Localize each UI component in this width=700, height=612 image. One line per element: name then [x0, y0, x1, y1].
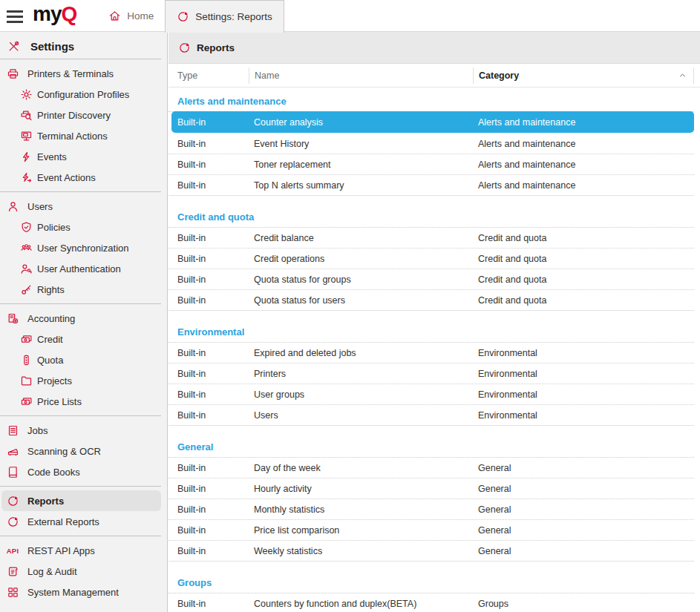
report-row[interactable]: Built-inUsersEnvironmental	[169, 405, 694, 426]
scroll-icon	[5, 565, 20, 578]
sidebar-item-printer-discovery[interactable]: Printer Discovery	[0, 105, 167, 125]
report-row[interactable]: Built-inWeekly statisticsGeneral	[169, 541, 694, 562]
report-row[interactable]: Built-inCounters by function and duplex(…	[169, 593, 694, 612]
report-row[interactable]: Built-inExpired and deleted jobsEnvironm…	[169, 343, 694, 363]
report-category-cell: Alerts and maintenance	[473, 180, 694, 191]
report-name-cell: Users	[249, 410, 473, 421]
sidebar-item-users[interactable]: Users	[0, 196, 167, 217]
report-row[interactable]: Built-inMonthly statisticsGeneral	[169, 499, 694, 520]
sidebar-item-label: Log & Audit	[27, 566, 77, 577]
report-name-cell: Toner replacement	[249, 159, 473, 170]
hamburger-menu-icon[interactable]	[7, 10, 23, 31]
report-type-cell: Built-in	[177, 295, 249, 306]
sidebar-item-label: Policies	[37, 222, 71, 233]
sidebar-section: APIREST API AppsLog & AuditSystem Manage…	[0, 536, 167, 606]
group-header: Credit and quota	[169, 209, 694, 228]
report-row[interactable]: Built-inCredit operationsCredit and quot…	[169, 249, 694, 269]
sidebar-item-jobs[interactable]: Jobs	[0, 420, 167, 441]
report-row[interactable]: Built-inPrice list comparisonGeneral	[169, 520, 694, 541]
report-type-cell: Built-in	[177, 159, 249, 170]
sidebar-item-price-lists[interactable]: Price Lists	[0, 391, 167, 412]
printer-search-icon	[19, 109, 33, 122]
report-name-cell: Monthly statistics	[249, 504, 473, 515]
sidebar-section: Printers & TerminalsConfiguration Profil…	[0, 59, 167, 191]
report-category-cell: General	[473, 463, 694, 473]
sidebar-item-label: Rights	[37, 284, 65, 295]
main-panel: Reports Type Name Category Alerts and ma…	[169, 32, 700, 612]
sidebar-item-label: Scanning & OCR	[27, 446, 101, 457]
sidebar-item-label: Configuration Profiles	[37, 89, 129, 100]
report-type-cell: Built-in	[177, 348, 249, 358]
sidebar-item-rights[interactable]: Rights	[0, 279, 167, 300]
report-category-cell: Alerts and maintenance	[473, 159, 694, 170]
sidebar-item-quota[interactable]: Quota	[0, 349, 167, 370]
report-name-cell: User groups	[249, 389, 473, 400]
report-row[interactable]: Built-inToner replacementAlerts and main…	[169, 154, 694, 175]
report-name-cell: Price list comparison	[249, 525, 473, 536]
sidebar-item-events[interactable]: Events	[0, 146, 167, 167]
sidebar-item-credit[interactable]: Credit	[0, 329, 167, 349]
shield-check-icon	[19, 221, 33, 234]
tab-settings-reports[interactable]: Settings: Reports	[165, 0, 284, 33]
report-name-cell: Top N alerts summary	[249, 180, 473, 191]
report-category-cell: Alerts and maintenance	[473, 117, 694, 128]
reports-table-body: Alerts and maintenanceBuilt-inCounter an…	[169, 88, 700, 612]
report-row[interactable]: Built-inCounter analysisAlerts and maint…	[171, 111, 694, 133]
myq-logo[interactable]: myQ	[33, 2, 76, 31]
report-row[interactable]: Built-inDay of the weekGeneral	[169, 458, 694, 478]
pie-chart-icon	[178, 42, 191, 54]
report-row[interactable]: Built-inPrintersEnvironmental	[169, 363, 694, 384]
sidebar-item-printers-terminals[interactable]: Printers & Terminals	[0, 63, 167, 84]
report-category-cell: Environmental	[473, 369, 694, 379]
tab-home[interactable]: Home	[97, 0, 165, 31]
sidebar-item-label: REST API Apps	[27, 545, 95, 556]
sidebar-item-policies[interactable]: Policies	[0, 217, 167, 237]
report-name-cell: Day of the week	[249, 463, 473, 473]
sidebar-item-label: Events	[37, 151, 67, 162]
report-name-cell: Credit balance	[249, 233, 473, 243]
sidebar-item-scanning-ocr[interactable]: Scanning & OCR	[0, 441, 167, 461]
tab-settings-reports-label: Settings: Reports	[195, 11, 272, 22]
report-row[interactable]: Built-inCredit balanceCredit and quota	[169, 228, 694, 249]
report-group: GeneralBuilt-inDay of the weekGeneralBui…	[169, 439, 700, 562]
sidebar-item-terminal-actions[interactable]: Terminal Actions	[0, 125, 167, 146]
sidebar-item-configuration-profiles[interactable]: Configuration Profiles	[0, 84, 167, 105]
sidebar-item-accounting[interactable]: Accounting	[0, 308, 167, 329]
report-name-cell: Event History	[249, 139, 473, 149]
sidebar-item-label: Jobs	[27, 425, 48, 436]
report-row[interactable]: Built-inUser groupsEnvironmental	[169, 384, 694, 405]
sidebar-item-label: Quota	[37, 355, 63, 366]
sidebar-item-reports[interactable]: Reports	[1, 490, 161, 511]
column-header-name[interactable]: Name	[249, 68, 473, 84]
report-type-cell: Built-in	[177, 463, 249, 473]
report-row[interactable]: Built-inEvent HistoryAlerts and maintena…	[169, 134, 694, 154]
sidebar-item-user-synchronization[interactable]: User Synchronization	[0, 237, 167, 258]
sidebar-item-log-audit[interactable]: Log & Audit	[0, 561, 167, 582]
sidebar-section: UsersPoliciesUser SynchronizationUser Au…	[0, 192, 167, 303]
report-row[interactable]: Built-inHourly activityGeneral	[169, 478, 694, 499]
sidebar-item-code-books[interactable]: Code Books	[0, 461, 167, 482]
report-row[interactable]: Built-inQuota status for groupsCredit an…	[169, 269, 694, 290]
column-header-category[interactable]: Category	[473, 68, 694, 84]
sidebar-item-projects[interactable]: Projects	[0, 370, 167, 391]
sidebar-item-label: Projects	[37, 375, 72, 386]
report-row[interactable]: Built-inTop N alerts summaryAlerts and m…	[169, 175, 694, 196]
folder-icon	[19, 375, 33, 387]
report-name-cell: Counter analysis	[249, 117, 473, 128]
column-header-type[interactable]: Type	[177, 68, 249, 84]
sidebar-item-system-management[interactable]: System Management	[0, 582, 167, 602]
lightning-arrow-icon	[19, 171, 33, 184]
sidebar-item-event-actions[interactable]: Event Actions	[0, 167, 167, 188]
sidebar-item-user-authentication[interactable]: User Authentication	[0, 258, 167, 279]
settings-sidebar: Settings Printers & TerminalsConfigurati…	[0, 32, 168, 612]
chevron-up-icon	[678, 71, 687, 79]
report-category-cell: Credit and quota	[473, 254, 694, 264]
users-icon	[19, 242, 33, 254]
report-row[interactable]: Built-inQuota status for usersCredit and…	[169, 290, 694, 311]
table-header: Type Name Category	[169, 64, 700, 88]
report-type-cell: Built-in	[177, 410, 249, 421]
sidebar-item-external-reports[interactable]: External Reports	[0, 511, 167, 532]
report-type-cell: Built-in	[177, 117, 249, 128]
report-name-cell: Hourly activity	[249, 484, 473, 494]
sidebar-item-rest-api-apps[interactable]: APIREST API Apps	[0, 540, 167, 561]
